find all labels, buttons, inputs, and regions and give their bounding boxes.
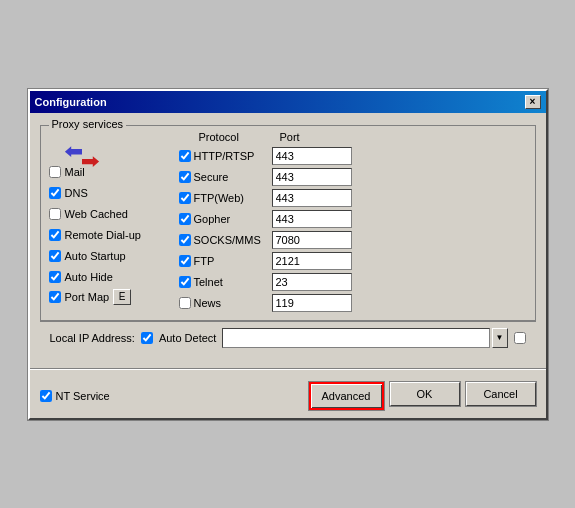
http-rtsp-checkbox[interactable] — [179, 150, 191, 162]
remote-dialup-label: Remote Dial-up — [65, 229, 141, 241]
ok-button[interactable]: OK — [390, 382, 460, 406]
protocol-rows: HTTP/RTSP Secure FTP(Web) — [179, 147, 527, 312]
ftp-web-checkbox[interactable] — [179, 192, 191, 204]
secure-label: Secure — [194, 171, 269, 183]
gopher-label: Gopher — [194, 213, 269, 225]
news-label: News — [194, 297, 269, 309]
auto-startup-row: Auto Startup — [49, 247, 179, 265]
group-box-title: Proxy services — [49, 118, 127, 130]
socks-mms-row: SOCKS/MMS — [179, 231, 527, 249]
ftp-label: FTP — [194, 255, 269, 267]
dns-label: DNS — [65, 187, 88, 199]
title-bar-left: Configuration — [35, 96, 107, 108]
footer-left: NT Service — [40, 390, 303, 402]
proxy-services-group: Proxy services Mai — [40, 125, 536, 321]
news-checkbox[interactable] — [179, 297, 191, 309]
cancel-button[interactable]: Cancel — [466, 382, 536, 406]
telnet-label: Telnet — [194, 276, 269, 288]
e-button[interactable]: E — [113, 289, 131, 305]
col-headers: Protocol Port — [179, 131, 527, 143]
footer: NT Service Advanced OK Cancel — [30, 374, 546, 418]
mail-checkbox[interactable] — [49, 166, 61, 178]
left-column: Mail DNS Web Cached Remote Dial-up — [49, 131, 179, 312]
auto-detect-label: Auto Detect — [159, 332, 216, 344]
dropdown-arrow-button[interactable]: ▼ — [492, 328, 508, 348]
port-map-label: Port Map — [65, 291, 110, 303]
socks-mms-port[interactable] — [272, 231, 352, 249]
proxy-inner: Mail DNS Web Cached Remote Dial-up — [49, 131, 527, 312]
telnet-row: Telnet — [179, 273, 527, 291]
auto-hide-label: Auto Hide — [65, 271, 113, 283]
gopher-port[interactable] — [272, 210, 352, 228]
content-area: Proxy services Mai — [30, 113, 546, 364]
title-bar: Configuration × — [30, 91, 546, 113]
nt-service-label: NT Service — [56, 390, 110, 402]
ftp-web-port[interactable] — [272, 189, 352, 207]
auto-detect-checkbox[interactable] — [141, 332, 153, 344]
footer-buttons: Advanced OK Cancel — [309, 382, 536, 410]
ftp-port[interactable] — [272, 252, 352, 270]
http-rtsp-row: HTTP/RTSP — [179, 147, 527, 165]
news-port[interactable] — [272, 294, 352, 312]
advanced-button[interactable]: Advanced — [309, 382, 384, 410]
auto-hide-checkbox[interactable] — [49, 271, 61, 283]
dns-checkbox[interactable] — [49, 187, 61, 199]
news-row: News — [179, 294, 527, 312]
extra-checkbox[interactable] — [514, 332, 526, 344]
web-cached-label: Web Cached — [65, 208, 128, 220]
ftp-row: FTP — [179, 252, 527, 270]
window-title: Configuration — [35, 96, 107, 108]
ip-dropdown-wrapper: ▼ — [222, 328, 507, 348]
remote-dialup-row: Remote Dial-up — [49, 226, 179, 244]
arrows-icon — [64, 144, 100, 172]
gopher-checkbox[interactable] — [179, 213, 191, 225]
http-rtsp-label: HTTP/RTSP — [194, 150, 269, 162]
ftp-checkbox[interactable] — [179, 255, 191, 267]
http-rtsp-port[interactable] — [272, 147, 352, 165]
ip-dropdown-box[interactable] — [222, 328, 489, 348]
svg-marker-1 — [82, 156, 99, 167]
gopher-row: Gopher — [179, 210, 527, 228]
protocol-header: Protocol — [181, 131, 276, 143]
remote-dialup-checkbox[interactable] — [49, 229, 61, 241]
port-map-checkbox[interactable] — [49, 291, 61, 303]
secure-port[interactable] — [272, 168, 352, 186]
arrows-svg — [64, 144, 100, 172]
socks-mms-label: SOCKS/MMS — [194, 234, 269, 246]
dns-row: DNS — [49, 184, 179, 202]
telnet-checkbox[interactable] — [179, 276, 191, 288]
secure-row: Secure — [179, 168, 527, 186]
web-cached-row: Web Cached — [49, 205, 179, 223]
configuration-window: Configuration × Proxy services — [28, 89, 548, 420]
web-cached-checkbox[interactable] — [49, 208, 61, 220]
ftp-web-row: FTP(Web) — [179, 189, 527, 207]
ftp-web-label: FTP(Web) — [194, 192, 269, 204]
svg-marker-0 — [64, 146, 81, 157]
local-ip-bar: Local IP Address: Auto Detect ▼ — [40, 321, 536, 354]
right-column: Protocol Port HTTP/RTSP Secure — [179, 131, 527, 312]
auto-startup-checkbox[interactable] — [49, 250, 61, 262]
auto-startup-label: Auto Startup — [65, 250, 126, 262]
secure-checkbox[interactable] — [179, 171, 191, 183]
auto-hide-row: Auto Hide — [49, 268, 179, 286]
close-button[interactable]: × — [525, 95, 541, 109]
telnet-port[interactable] — [272, 273, 352, 291]
port-header: Port — [276, 131, 300, 143]
local-ip-label: Local IP Address: — [50, 332, 135, 344]
socks-mms-checkbox[interactable] — [179, 234, 191, 246]
nt-service-checkbox[interactable] — [40, 390, 52, 402]
port-map-row: Port Map E — [49, 289, 179, 305]
